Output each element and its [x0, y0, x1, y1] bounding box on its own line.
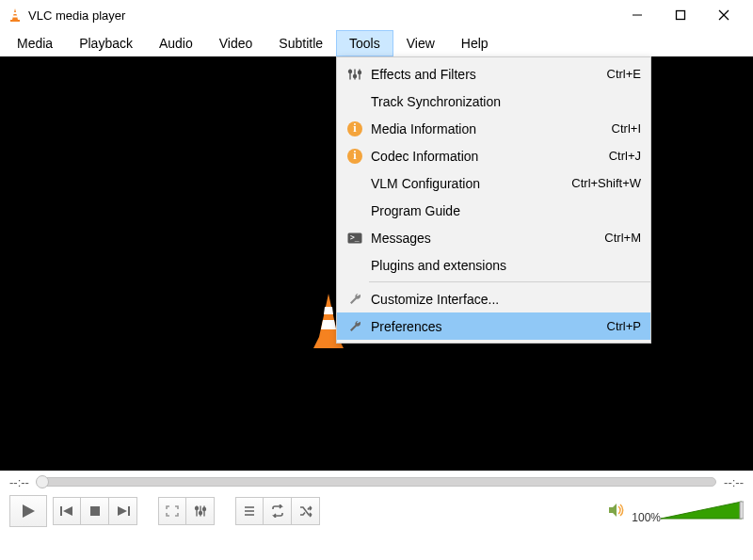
loop-button[interactable] — [264, 497, 292, 525]
wrench-icon — [344, 293, 365, 306]
menu-preferences[interactable]: Preferences Ctrl+P — [337, 312, 650, 340]
menu-item-shortcut: Ctrl+P — [607, 319, 641, 333]
svg-point-16 — [354, 74, 357, 77]
svg-rect-25 — [128, 506, 130, 516]
speaker-icon[interactable] — [607, 502, 626, 521]
time-total: --:-- — [724, 475, 744, 489]
menu-messages[interactable]: >_ Messages Ctrl+M — [337, 224, 650, 251]
minimize-button[interactable] — [616, 1, 659, 29]
svg-marker-35 — [609, 504, 617, 517]
menu-media-information[interactable]: i Media Information Ctrl+I — [337, 115, 650, 142]
volume-control: 100% — [607, 500, 744, 522]
menu-item-label: Plugins and extensions — [365, 258, 641, 273]
svg-point-17 — [359, 71, 361, 73]
menu-media[interactable]: Media — [4, 30, 66, 56]
menu-item-label: Customize Interface... — [365, 292, 641, 307]
time-elapsed: --:-- — [9, 475, 29, 489]
svg-point-15 — [349, 70, 352, 72]
svg-point-31 — [202, 508, 205, 511]
playlist-button[interactable] — [235, 497, 264, 525]
seek-thumb[interactable] — [36, 475, 49, 488]
menu-item-label: Program Guide — [365, 203, 641, 218]
menu-codec-information[interactable]: i Codec Information Ctrl+J — [337, 142, 650, 169]
menu-customize-interface[interactable]: Customize Interface... — [337, 285, 650, 312]
terminal-icon: >_ — [344, 232, 365, 244]
window-title: VLC media player — [28, 8, 616, 23]
info-icon: i — [344, 149, 365, 164]
svg-marker-24 — [118, 506, 127, 516]
svg-rect-2 — [13, 16, 18, 18]
svg-rect-23 — [90, 506, 100, 516]
titlebar: VLC media player — [0, 0, 753, 30]
svg-text:>_: >_ — [350, 233, 360, 242]
tools-dropdown: Effects and Filters Ctrl+E Track Synchro… — [336, 56, 651, 344]
menu-subtitle[interactable]: Subtitle — [265, 30, 336, 56]
menu-item-label: Preferences — [365, 319, 607, 334]
menu-playback[interactable]: Playback — [66, 30, 146, 56]
menu-item-label: VLM Configuration — [365, 176, 571, 191]
svg-marker-36 — [661, 502, 742, 519]
menu-item-shortcut: Ctrl+I — [612, 121, 641, 136]
menu-item-label: Track Synchronization — [365, 94, 641, 109]
menu-help[interactable]: Help — [448, 30, 502, 56]
svg-rect-37 — [740, 502, 744, 519]
extended-settings-button[interactable] — [186, 497, 215, 525]
menu-video[interactable]: Video — [206, 30, 266, 56]
info-icon: i — [344, 121, 365, 136]
menu-plugins-extensions[interactable]: Plugins and extensions — [337, 251, 650, 279]
menu-item-shortcut: Ctrl+J — [609, 149, 641, 163]
playback-controls: 100% — [0, 491, 753, 533]
menu-item-shortcut: Ctrl+M — [604, 231, 641, 245]
previous-button[interactable] — [53, 497, 81, 525]
svg-marker-22 — [63, 506, 72, 516]
window-controls — [616, 1, 745, 29]
menu-item-label: Effects and Filters — [365, 67, 607, 82]
seek-bar[interactable] — [37, 477, 716, 487]
volume-percent: 100% — [632, 511, 661, 524]
svg-marker-10 — [321, 320, 336, 329]
svg-rect-5 — [677, 11, 685, 20]
svg-marker-20 — [23, 504, 35, 518]
seek-row: --:-- --:-- — [0, 471, 753, 491]
svg-point-29 — [195, 507, 198, 510]
svg-marker-9 — [324, 307, 333, 314]
menu-item-label: Messages — [365, 231, 604, 246]
stop-button[interactable] — [81, 497, 109, 525]
maximize-button[interactable] — [659, 1, 702, 29]
menu-item-shortcut: Ctrl+Shift+W — [571, 176, 641, 190]
svg-point-30 — [199, 512, 201, 515]
wrench-icon — [344, 320, 365, 333]
vlc-cone-icon — [8, 8, 23, 23]
menu-item-label: Media Information — [365, 121, 612, 136]
close-button[interactable] — [702, 1, 745, 29]
sliders-icon — [344, 68, 365, 81]
menu-vlm-config[interactable]: VLM Configuration Ctrl+Shift+W — [337, 169, 650, 197]
svg-rect-1 — [13, 12, 17, 14]
menu-item-label: Codec Information — [365, 149, 609, 164]
play-button[interactable] — [9, 495, 47, 527]
menu-tools[interactable]: Tools — [336, 30, 393, 56]
menu-track-sync[interactable]: Track Synchronization — [337, 88, 650, 115]
svg-rect-21 — [60, 506, 62, 516]
menu-audio[interactable]: Audio — [146, 30, 206, 56]
volume-slider[interactable] — [661, 500, 744, 522]
menu-item-shortcut: Ctrl+E — [607, 67, 641, 81]
next-button[interactable] — [109, 497, 137, 525]
menu-separator — [369, 281, 650, 282]
fullscreen-button[interactable] — [158, 497, 186, 525]
menubar: Media Playback Audio Video Subtitle Tool… — [0, 30, 753, 56]
menu-program-guide[interactable]: Program Guide — [337, 197, 650, 224]
menu-view[interactable]: View — [393, 30, 448, 56]
svg-marker-8 — [319, 294, 338, 337]
shuffle-button[interactable] — [292, 497, 320, 525]
svg-rect-3 — [10, 20, 20, 22]
menu-effects-filters[interactable]: Effects and Filters Ctrl+E — [337, 60, 650, 88]
